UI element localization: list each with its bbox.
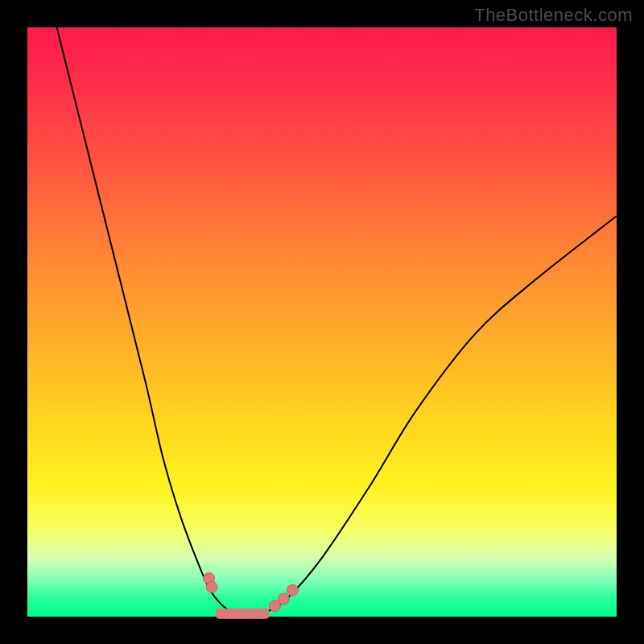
data-markers — [204, 572, 299, 611]
data-marker — [206, 581, 217, 592]
valley-marker-bar — [216, 609, 269, 618]
chart-svg — [27, 27, 617, 617]
left-curve — [57, 27, 234, 613]
data-marker — [287, 584, 298, 596]
right-curve — [263, 216, 617, 613]
data-marker — [278, 593, 289, 605]
chart-frame: TheBottleneck.com — [0, 0, 644, 644]
watermark-text: TheBottleneck.com — [474, 5, 633, 26]
